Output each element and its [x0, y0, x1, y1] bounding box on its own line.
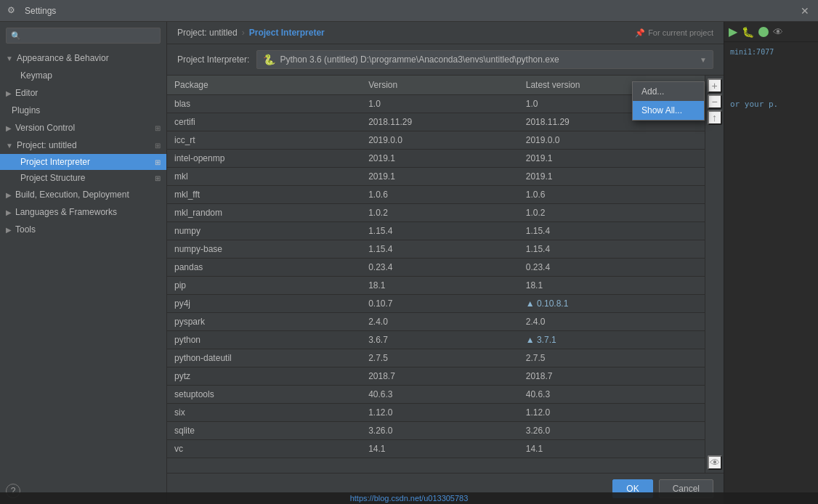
tab-link[interactable]: 📌 For current project	[635, 28, 713, 38]
cell-version: 1.12.0	[361, 404, 519, 422]
dropdown-show-all[interactable]: Show All...	[633, 101, 704, 120]
sidebar-label-project: Project: untitled	[17, 140, 155, 150]
table-row[interactable]: sqlite3.26.03.26.0	[167, 422, 705, 440]
table-row[interactable]: vc14.114.1	[167, 440, 705, 458]
run-button[interactable]: ▶	[729, 25, 737, 38]
close-button[interactable]: ✕	[799, 5, 811, 17]
cell-latest: 14.1	[519, 440, 705, 458]
cell-latest: 1.0.6	[519, 186, 705, 204]
sidebar-item-appearance[interactable]: ▼ Appearance & Behavior	[0, 49, 166, 67]
cell-version: 2019.1	[361, 168, 519, 186]
cell-package: pip	[167, 277, 361, 295]
cell-package: six	[167, 404, 361, 422]
table-row[interactable]: six1.12.01.12.0	[167, 404, 705, 422]
sidebar-item-keymap[interactable]: Keymap	[0, 67, 166, 84]
main-layout: 🔍 ▼ Appearance & Behavior Keymap ▶ Edito…	[0, 22, 818, 504]
expand-arrow-vc: ▶	[6, 124, 12, 132]
expand-arrow-languages: ▶	[6, 208, 12, 216]
sidebar-label-editor: Editor	[15, 88, 161, 98]
table-row[interactable]: pip18.118.1	[167, 277, 705, 295]
table-row[interactable]: numpy1.15.41.15.4	[167, 222, 705, 240]
sidebar-item-project[interactable]: ▼ Project: untitled ⊞	[0, 137, 166, 154]
cell-latest: ▲ 3.7.1	[519, 331, 705, 349]
add-package-button[interactable]: +	[708, 78, 722, 93]
sidebar-item-version-control[interactable]: ▶ Version Control ⊞	[0, 119, 166, 137]
table-row[interactable]: mkl_random1.0.21.0.2	[167, 204, 705, 222]
cell-package: numpy-base	[167, 240, 361, 259]
cell-version: 1.15.4	[361, 240, 519, 259]
watermark: https://blog.csdn.net/u013305783	[0, 492, 818, 504]
cell-latest: 18.1	[519, 277, 705, 295]
search-box[interactable]: 🔍	[6, 28, 161, 44]
cell-package: numpy	[167, 222, 361, 240]
titlebar: ⚙ Settings ✕	[0, 0, 818, 22]
cell-latest: 0.23.4	[519, 259, 705, 277]
cell-version: 2019.0.0	[361, 131, 519, 150]
cell-version: 40.6.3	[361, 386, 519, 404]
watermark-url: https://blog.csdn.net/u013305783	[350, 494, 469, 503]
breadcrumb-project: Project: untitled	[177, 28, 238, 38]
cell-version: 1.0.6	[361, 186, 519, 204]
expand-arrow-build: ▶	[6, 191, 12, 199]
settings-icon: ⚙	[7, 5, 19, 17]
cell-version: 1.0	[361, 95, 519, 113]
cell-version: 0.10.7	[361, 295, 519, 313]
sidebar-item-tools[interactable]: ▶ Tools	[0, 221, 166, 238]
expand-arrow-project: ▼	[6, 142, 13, 150]
sidebar-item-languages[interactable]: ▶ Languages & Frameworks	[0, 203, 166, 221]
sidebar-label-tools: Tools	[15, 224, 161, 235]
table-row[interactable]: intel-openmp2019.12019.1	[167, 150, 705, 168]
dropdown-popup: Add... Show All...	[632, 81, 705, 121]
ide-eye-icon[interactable]: 👁	[773, 26, 783, 38]
cell-latest: 2019.1	[519, 150, 705, 168]
table-row[interactable]: icc_rt2019.0.02019.0.0	[167, 131, 705, 150]
expand-arrow-editor: ▶	[6, 89, 12, 97]
sidebar-item-editor[interactable]: ▶ Editor	[0, 84, 166, 102]
ide-code-area: mini1:7077 or your p.	[724, 42, 818, 504]
table-row[interactable]: pandas0.23.40.23.4	[167, 259, 705, 277]
cell-latest: 2019.0.0	[519, 131, 705, 150]
sidebar-item-build[interactable]: ▶ Build, Execution, Deployment	[0, 186, 166, 203]
table-row[interactable]: pytz2018.72018.7	[167, 367, 705, 386]
cell-version: 1.15.4	[361, 222, 519, 240]
interpreter-label: Project Interpreter:	[177, 54, 249, 65]
table-row[interactable]: certifi2018.11.292018.11.29	[167, 113, 705, 131]
sidebar-nav: ▼ Appearance & Behavior Keymap ▶ Editor …	[0, 49, 166, 478]
table-row[interactable]: pyspark2.4.02.4.0	[167, 313, 705, 331]
package-table: Package Version Latest version blas1.01.…	[167, 76, 705, 458]
cell-version: 1.0.2	[361, 204, 519, 222]
cell-package: vc	[167, 440, 361, 458]
eye-button[interactable]: 👁	[708, 455, 722, 470]
remove-package-button[interactable]: −	[708, 94, 722, 109]
table-row[interactable]: mkl_fft1.0.61.0.6	[167, 186, 705, 204]
table-row[interactable]: blas1.01.0	[167, 95, 705, 113]
scroll-up-button[interactable]: ↑	[708, 110, 722, 125]
status-indicator	[758, 27, 769, 37]
table-row[interactable]: setuptools40.6.340.6.3	[167, 386, 705, 404]
table-container[interactable]: Package Version Latest version blas1.01.…	[167, 76, 705, 473]
cell-version: 2018.11.29	[361, 113, 519, 131]
expand-arrow-tools: ▶	[6, 226, 12, 234]
table-row[interactable]: numpy-base1.15.41.15.4	[167, 240, 705, 259]
cell-latest: 1.15.4	[519, 222, 705, 240]
cell-package: pytz	[167, 367, 361, 386]
table-row[interactable]: python3.6.7▲ 3.7.1	[167, 331, 705, 349]
sidebar-item-project-interpreter[interactable]: Project Interpreter ⊞	[0, 154, 166, 170]
cell-package: certifi	[167, 113, 361, 131]
debug-button[interactable]: 🐛	[742, 26, 754, 38]
search-icon: 🔍	[11, 31, 21, 41]
table-row[interactable]: py4j0.10.7▲ 0.10.8.1	[167, 295, 705, 313]
dropdown-add[interactable]: Add...	[633, 82, 704, 101]
interpreter-row: Project Interpreter: 🐍 Python 3.6 (untit…	[167, 44, 724, 76]
search-input[interactable]	[24, 31, 155, 41]
breadcrumb-arrow: ›	[242, 28, 245, 38]
tab-link-label: For current project	[648, 28, 713, 37]
sidebar-label-project-structure: Project Structure	[20, 173, 85, 183]
sidebar-item-project-structure[interactable]: Project Structure ⊞	[0, 170, 166, 186]
sidebar-item-plugins[interactable]: Plugins	[0, 102, 166, 119]
cell-version: 2019.1	[361, 150, 519, 168]
cell-latest: 1.15.4	[519, 240, 705, 259]
table-row[interactable]: mkl2019.12019.1	[167, 168, 705, 186]
interpreter-select[interactable]: 🐍 Python 3.6 (untitled) D:\programme\Ana…	[256, 50, 713, 69]
table-row[interactable]: python-dateutil2.7.52.7.5	[167, 349, 705, 367]
